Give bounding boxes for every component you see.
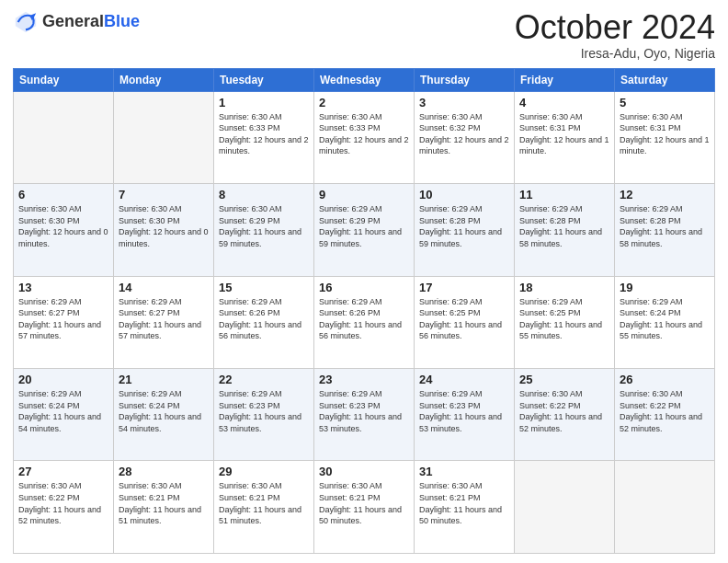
day-number: 8 bbox=[219, 188, 309, 201]
calendar-cell: 21Sunrise: 6:29 AM Sunset: 6:24 PM Dayli… bbox=[114, 369, 214, 461]
day-info: Sunrise: 6:30 AM Sunset: 6:21 PM Dayligh… bbox=[119, 480, 209, 526]
calendar-header-row: SundayMondayTuesdayWednesdayThursdayFrid… bbox=[14, 68, 715, 91]
calendar-header-sunday: Sunday bbox=[14, 68, 114, 91]
day-number: 25 bbox=[519, 373, 609, 386]
day-number: 13 bbox=[18, 281, 108, 294]
day-number: 19 bbox=[620, 281, 710, 294]
day-number: 3 bbox=[419, 96, 509, 109]
day-info: Sunrise: 6:29 AM Sunset: 6:25 PM Dayligh… bbox=[519, 296, 609, 342]
day-number: 18 bbox=[519, 281, 609, 294]
day-info: Sunrise: 6:30 AM Sunset: 6:22 PM Dayligh… bbox=[519, 388, 609, 434]
day-info: Sunrise: 6:30 AM Sunset: 6:29 PM Dayligh… bbox=[219, 203, 309, 249]
day-number: 31 bbox=[419, 465, 509, 478]
day-info: Sunrise: 6:29 AM Sunset: 6:28 PM Dayligh… bbox=[419, 203, 509, 249]
day-info: Sunrise: 6:29 AM Sunset: 6:27 PM Dayligh… bbox=[119, 296, 209, 342]
day-info: Sunrise: 6:30 AM Sunset: 6:21 PM Dayligh… bbox=[319, 480, 409, 526]
calendar-cell: 12Sunrise: 6:29 AM Sunset: 6:28 PM Dayli… bbox=[615, 184, 715, 276]
day-info: Sunrise: 6:30 AM Sunset: 6:22 PM Dayligh… bbox=[18, 480, 108, 526]
day-info: Sunrise: 6:29 AM Sunset: 6:27 PM Dayligh… bbox=[18, 296, 108, 342]
day-info: Sunrise: 6:29 AM Sunset: 6:26 PM Dayligh… bbox=[319, 296, 409, 342]
calendar-cell: 23Sunrise: 6:29 AM Sunset: 6:23 PM Dayli… bbox=[314, 369, 415, 461]
calendar-cell: 26Sunrise: 6:30 AM Sunset: 6:22 PM Dayli… bbox=[615, 369, 715, 461]
calendar-cell: 27Sunrise: 6:30 AM Sunset: 6:22 PM Dayli… bbox=[14, 461, 114, 554]
calendar-cell: 6Sunrise: 6:30 AM Sunset: 6:30 PM Daylig… bbox=[14, 184, 114, 276]
calendar-cell: 19Sunrise: 6:29 AM Sunset: 6:24 PM Dayli… bbox=[615, 276, 715, 368]
calendar-cell: 22Sunrise: 6:29 AM Sunset: 6:23 PM Dayli… bbox=[214, 369, 314, 461]
calendar-cell: 7Sunrise: 6:30 AM Sunset: 6:30 PM Daylig… bbox=[114, 184, 214, 276]
day-info: Sunrise: 6:30 AM Sunset: 6:33 PM Dayligh… bbox=[219, 111, 309, 157]
calendar-table: SundayMondayTuesdayWednesdayThursdayFrid… bbox=[13, 68, 715, 554]
header: GeneralBlue October 2024 Iresa-Adu, Oyo,… bbox=[13, 9, 715, 61]
calendar-cell: 18Sunrise: 6:29 AM Sunset: 6:25 PM Dayli… bbox=[515, 276, 615, 368]
calendar-cell: 29Sunrise: 6:30 AM Sunset: 6:21 PM Dayli… bbox=[214, 461, 314, 554]
day-number: 6 bbox=[18, 188, 108, 201]
day-info: Sunrise: 6:29 AM Sunset: 6:29 PM Dayligh… bbox=[319, 203, 409, 249]
day-info: Sunrise: 6:30 AM Sunset: 6:21 PM Dayligh… bbox=[219, 480, 309, 526]
day-info: Sunrise: 6:29 AM Sunset: 6:23 PM Dayligh… bbox=[219, 388, 309, 434]
day-number: 30 bbox=[319, 465, 409, 478]
calendar-week-row: 20Sunrise: 6:29 AM Sunset: 6:24 PM Dayli… bbox=[14, 369, 715, 461]
day-info: Sunrise: 6:29 AM Sunset: 6:24 PM Dayligh… bbox=[18, 388, 108, 434]
calendar-cell: 2Sunrise: 6:30 AM Sunset: 6:33 PM Daylig… bbox=[314, 91, 415, 183]
day-info: Sunrise: 6:29 AM Sunset: 6:26 PM Dayligh… bbox=[219, 296, 309, 342]
day-info: Sunrise: 6:29 AM Sunset: 6:28 PM Dayligh… bbox=[519, 203, 609, 249]
day-number: 17 bbox=[419, 281, 509, 294]
calendar-cell: 8Sunrise: 6:30 AM Sunset: 6:29 PM Daylig… bbox=[214, 184, 314, 276]
day-info: Sunrise: 6:30 AM Sunset: 6:21 PM Dayligh… bbox=[419, 480, 509, 526]
day-info: Sunrise: 6:29 AM Sunset: 6:23 PM Dayligh… bbox=[319, 388, 409, 434]
day-info: Sunrise: 6:30 AM Sunset: 6:31 PM Dayligh… bbox=[620, 111, 710, 157]
calendar-header-saturday: Saturday bbox=[615, 68, 715, 91]
day-number: 7 bbox=[119, 188, 209, 201]
calendar-cell: 11Sunrise: 6:29 AM Sunset: 6:28 PM Dayli… bbox=[515, 184, 615, 276]
day-number: 27 bbox=[18, 465, 108, 478]
day-number: 21 bbox=[119, 373, 209, 386]
day-info: Sunrise: 6:29 AM Sunset: 6:24 PM Dayligh… bbox=[620, 296, 710, 342]
day-number: 22 bbox=[219, 373, 309, 386]
day-number: 10 bbox=[419, 188, 509, 201]
calendar-header-monday: Monday bbox=[114, 68, 214, 91]
calendar-week-row: 13Sunrise: 6:29 AM Sunset: 6:27 PM Dayli… bbox=[14, 276, 715, 368]
calendar-week-row: 27Sunrise: 6:30 AM Sunset: 6:22 PM Dayli… bbox=[14, 461, 715, 554]
calendar-cell: 17Sunrise: 6:29 AM Sunset: 6:25 PM Dayli… bbox=[415, 276, 515, 368]
calendar-cell: 14Sunrise: 6:29 AM Sunset: 6:27 PM Dayli… bbox=[114, 276, 214, 368]
calendar-cell bbox=[515, 461, 615, 554]
calendar-cell: 3Sunrise: 6:30 AM Sunset: 6:32 PM Daylig… bbox=[415, 91, 515, 183]
calendar-cell: 9Sunrise: 6:29 AM Sunset: 6:29 PM Daylig… bbox=[314, 184, 415, 276]
day-number: 4 bbox=[519, 96, 609, 109]
day-number: 20 bbox=[18, 373, 108, 386]
calendar-week-row: 1Sunrise: 6:30 AM Sunset: 6:33 PM Daylig… bbox=[14, 91, 715, 183]
day-number: 15 bbox=[219, 281, 309, 294]
title-block: October 2024 Iresa-Adu, Oyo, Nigeria bbox=[515, 9, 715, 61]
calendar-cell: 13Sunrise: 6:29 AM Sunset: 6:27 PM Dayli… bbox=[14, 276, 114, 368]
day-number: 1 bbox=[219, 96, 309, 109]
logo-icon bbox=[13, 9, 39, 35]
calendar-week-row: 6Sunrise: 6:30 AM Sunset: 6:30 PM Daylig… bbox=[14, 184, 715, 276]
day-info: Sunrise: 6:29 AM Sunset: 6:23 PM Dayligh… bbox=[419, 388, 509, 434]
day-number: 11 bbox=[519, 188, 609, 201]
calendar-cell: 30Sunrise: 6:30 AM Sunset: 6:21 PM Dayli… bbox=[314, 461, 415, 554]
calendar-header-thursday: Thursday bbox=[415, 68, 515, 91]
calendar-cell: 31Sunrise: 6:30 AM Sunset: 6:21 PM Dayli… bbox=[415, 461, 515, 554]
day-number: 24 bbox=[419, 373, 509, 386]
day-info: Sunrise: 6:29 AM Sunset: 6:25 PM Dayligh… bbox=[419, 296, 509, 342]
day-number: 28 bbox=[119, 465, 209, 478]
calendar-cell: 4Sunrise: 6:30 AM Sunset: 6:31 PM Daylig… bbox=[515, 91, 615, 183]
day-number: 2 bbox=[319, 96, 409, 109]
calendar-cell: 5Sunrise: 6:30 AM Sunset: 6:31 PM Daylig… bbox=[615, 91, 715, 183]
calendar-cell bbox=[14, 91, 114, 183]
calendar-header-wednesday: Wednesday bbox=[314, 68, 415, 91]
day-info: Sunrise: 6:29 AM Sunset: 6:28 PM Dayligh… bbox=[620, 203, 710, 249]
day-info: Sunrise: 6:30 AM Sunset: 6:33 PM Dayligh… bbox=[319, 111, 409, 157]
logo-general: General bbox=[42, 12, 104, 30]
calendar-cell: 1Sunrise: 6:30 AM Sunset: 6:33 PM Daylig… bbox=[214, 91, 314, 183]
logo: GeneralBlue bbox=[13, 9, 140, 35]
calendar-cell: 24Sunrise: 6:29 AM Sunset: 6:23 PM Dayli… bbox=[415, 369, 515, 461]
day-number: 26 bbox=[620, 373, 710, 386]
day-info: Sunrise: 6:30 AM Sunset: 6:31 PM Dayligh… bbox=[519, 111, 609, 157]
calendar-cell bbox=[114, 91, 214, 183]
day-info: Sunrise: 6:30 AM Sunset: 6:32 PM Dayligh… bbox=[419, 111, 509, 157]
calendar-cell: 16Sunrise: 6:29 AM Sunset: 6:26 PM Dayli… bbox=[314, 276, 415, 368]
calendar-cell: 10Sunrise: 6:29 AM Sunset: 6:28 PM Dayli… bbox=[415, 184, 515, 276]
page: GeneralBlue October 2024 Iresa-Adu, Oyo,… bbox=[0, 0, 728, 563]
day-number: 5 bbox=[620, 96, 710, 109]
